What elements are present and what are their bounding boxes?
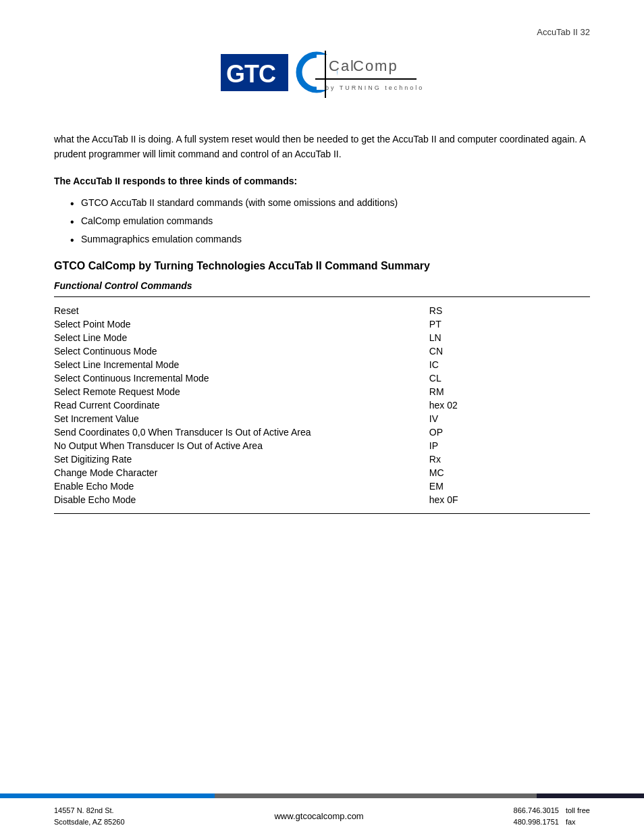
table-row: Set Digitizing RateRx <box>54 452 590 466</box>
table-row: Change Mode CharacterMC <box>54 466 590 479</box>
footer-content: 14557 N. 82nd St. Scottsdale, AZ 85260 w… <box>0 798 644 834</box>
command-name: Disable Echo Mode <box>54 493 429 506</box>
command-code: RS <box>429 304 590 317</box>
list-item: CalComp emulation commands <box>81 214 590 228</box>
footer-phone-number: 866.746.3015 <box>514 805 559 816</box>
command-code: LN <box>429 331 590 344</box>
svg-text:GTC: GTC <box>226 60 276 88</box>
functional-control-heading: Functional Control Commands <box>54 280 590 291</box>
list-item: Summagraphics emulation commands <box>81 232 590 246</box>
command-code: CN <box>429 344 590 358</box>
table-row: ResetRS <box>54 304 590 317</box>
command-name: No Output When Transducer Is Out of Acti… <box>54 439 429 452</box>
table-row: Select Point ModePT <box>54 317 590 331</box>
footer-phone-row: 866.746.3015 toll free <box>514 805 590 816</box>
footer-fax-number: 480.998.1751 <box>514 816 559 828</box>
svg-text:Comp: Comp <box>353 57 398 74</box>
command-name: Select Line Incremental Mode <box>54 358 429 371</box>
footer-address-line1: 14557 N. 82nd St. <box>54 805 125 816</box>
command-code: IP <box>429 439 590 452</box>
commands-table: ResetRSSelect Point ModePTSelect Line Mo… <box>54 304 590 506</box>
bullet-list: GTCO AccuTab II standard commands (with … <box>81 196 590 246</box>
command-code: IC <box>429 358 590 371</box>
command-name: Send Coordinates 0,0 When Transducer Is … <box>54 425 429 439</box>
logo-svg: GTC Cal Comp by TURNING technologies <box>221 51 423 111</box>
commands-intro-heading: The AccuTab II responds to three kinds o… <box>54 176 590 186</box>
footer-address: 14557 N. 82nd St. Scottsdale, AZ 85260 <box>54 805 125 827</box>
command-name: Set Digitizing Rate <box>54 452 429 466</box>
svg-text:Cal: Cal <box>329 57 355 74</box>
table-row: Enable Echo ModeEM <box>54 479 590 493</box>
footer-fax-label: fax <box>566 816 576 828</box>
intro-text: what the AccuTab II is doing. A full sys… <box>54 132 590 162</box>
command-code: MC <box>429 466 590 479</box>
command-name: Select Continuous Mode <box>54 344 429 358</box>
command-code: hex 02 <box>429 398 590 412</box>
command-code: RM <box>429 385 590 398</box>
table-row: Select Continuous ModeCN <box>54 344 590 358</box>
command-name: Reset <box>54 304 429 317</box>
footer-color-bar <box>0 793 644 798</box>
command-code: hex 0F <box>429 493 590 506</box>
footer: 14557 N. 82nd St. Scottsdale, AZ 85260 w… <box>0 793 644 834</box>
table-bottom-divider <box>54 513 590 514</box>
command-code: CL <box>429 371 590 385</box>
command-name: Select Line Mode <box>54 331 429 344</box>
svg-text:by TURNING technologies: by TURNING technologies <box>325 84 423 91</box>
command-code: OP <box>429 425 590 439</box>
command-name: Set Increment Value <box>54 412 429 425</box>
command-name: Enable Echo Mode <box>54 479 429 493</box>
footer-bar-blue <box>0 793 215 798</box>
page-number: AccuTab II 32 <box>54 27 590 37</box>
table-row: Read Current Coordinatehex 02 <box>54 398 590 412</box>
table-row: Select Line Incremental ModeIC <box>54 358 590 371</box>
list-item: GTCO AccuTab II standard commands (with … <box>81 196 590 210</box>
command-summary-heading: GTCO CalComp by Turning Technologies Acc… <box>54 260 590 272</box>
footer-phone-label: toll free <box>566 805 590 816</box>
table-row: Set Increment ValueIV <box>54 412 590 425</box>
command-code: Rx <box>429 452 590 466</box>
table-row: Select Continuous Incremental ModeCL <box>54 371 590 385</box>
command-code: EM <box>429 479 590 493</box>
command-name: Change Mode Character <box>54 466 429 479</box>
footer-bar-gray <box>215 793 537 798</box>
table-row: Disable Echo Modehex 0F <box>54 493 590 506</box>
command-code: PT <box>429 317 590 331</box>
command-name: Select Continuous Incremental Mode <box>54 371 429 385</box>
footer-address-line2: Scottsdale, AZ 85260 <box>54 816 125 828</box>
table-row: Select Remote Request ModeRM <box>54 385 590 398</box>
command-code: IV <box>429 412 590 425</box>
table-row: Select Line ModeLN <box>54 331 590 344</box>
command-name: Read Current Coordinate <box>54 398 429 412</box>
command-name: Select Point Mode <box>54 317 429 331</box>
footer-fax-row: 480.998.1751 fax <box>514 816 590 828</box>
footer-bar-dark <box>537 793 644 798</box>
table-row: Send Coordinates 0,0 When Transducer Is … <box>54 425 590 439</box>
command-name: Select Remote Request Mode <box>54 385 429 398</box>
table-top-divider <box>54 296 590 297</box>
logo-graphic: GTC Cal Comp by TURNING technologies <box>221 51 423 111</box>
table-row: No Output When Transducer Is Out of Acti… <box>54 439 590 452</box>
logo-section: GTC Cal Comp by TURNING technologies <box>54 51 590 118</box>
footer-website: www.gtcocalcomp.com <box>274 811 363 821</box>
footer-phone: 866.746.3015 toll free 480.998.1751 fax <box>514 805 590 827</box>
